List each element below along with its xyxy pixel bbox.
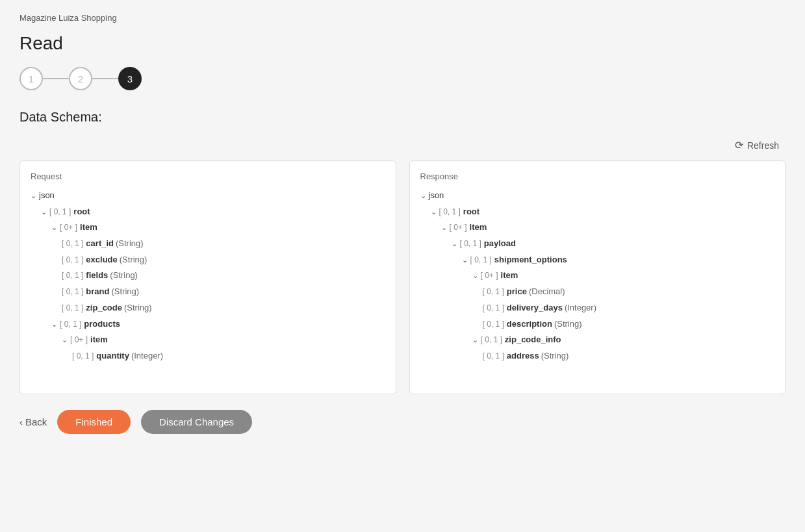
chevron-root-res[interactable]: ⌄ [431,205,437,219]
bracket-fields: [ 0, 1 ] [62,268,83,283]
node-root-res: root [463,204,479,220]
bracket-item-res: [ 0+ ] [450,220,467,235]
chevron-json-req[interactable]: ⌄ [31,189,36,203]
chevron-item1-req[interactable]: ⌄ [51,221,57,234]
node-payload: payload [484,236,516,252]
chevron-item-res[interactable]: ⌄ [441,221,447,234]
node-delivery_days: delivery_days [507,300,563,316]
bracket-item1-req: [ 0+ ] [60,220,77,235]
bracket-description: [ 0, 1 ] [483,317,504,332]
step-connector-2 [92,78,118,79]
chevron-zip_code_info[interactable]: ⌄ [472,333,478,347]
node-shipment: shipment_options [494,252,567,268]
node-description: description [507,316,552,333]
refresh-button[interactable]: ⟳ Refresh [728,135,786,155]
bracket-zip_code_info: [ 0, 1 ] [481,333,502,348]
bracket-payload: [ 0, 1 ] [460,236,481,251]
node-prod-item: item [90,332,108,348]
node-zip_code: zip_code [86,300,122,316]
type-address: (String) [541,348,569,364]
node-price: price [507,284,527,300]
chevron-products[interactable]: ⌄ [51,318,57,331]
type-description: (String) [554,316,582,333]
node-fields: fields [86,268,108,284]
node-cart_id: cart_id [86,236,114,252]
chevron-json-res[interactable]: ⌄ [420,189,426,203]
node-root-req: root [73,204,90,220]
back-button[interactable]: ‹ Back [19,416,47,427]
chevron-root-req[interactable]: ⌄ [41,205,47,219]
bracket-delivery_days: [ 0, 1 ] [483,301,504,316]
back-arrow-icon: ‹ [19,416,23,427]
node-item-res: item [470,220,487,236]
type-delivery_days: (Integer) [565,300,596,316]
bracket-quantity: [ 0, 1 ] [72,349,94,364]
chevron-shipment[interactable]: ⌄ [462,253,468,267]
node-quantity: quantity [96,348,129,364]
request-panel: Request ⌄ json ⌄ [ 0, 1 ] root ⌄ [ 0+ ] … [19,160,396,394]
chevron-payload[interactable]: ⌄ [452,237,457,251]
back-label: Back [25,416,47,427]
page-title: Read [19,33,786,54]
node-brand: brand [86,284,109,300]
node-item1-req: item [80,220,97,236]
bracket-shipment: [ 0, 1 ] [470,253,492,268]
type-price: (Decimal) [529,284,565,300]
json-label-res: json [429,188,444,204]
chevron-ship-item[interactable]: ⌄ [472,269,478,283]
bracket-exclude: [ 0, 1 ] [62,253,83,268]
node-ship-item: item [501,268,518,284]
bracket-root-res: [ 0, 1 ] [439,205,461,220]
json-label-req: json [39,188,55,204]
node-products: products [84,316,120,333]
step-1[interactable]: 1 [19,67,43,90]
type-zip_code: (String) [124,300,152,316]
bracket-products: [ 0, 1 ] [60,317,81,332]
bracket-zip_code: [ 0, 1 ] [62,301,83,316]
breadcrumb[interactable]: Magazine Luiza Shopping [19,13,786,23]
bracket-root-req: [ 0, 1 ] [49,205,71,220]
step-3[interactable]: 3 [118,67,142,90]
node-zip_code_info: zip_code_info [505,332,561,348]
request-tree: ⌄ json ⌄ [ 0, 1 ] root ⌄ [ 0+ ] item [ [31,188,385,364]
stepper: 1 2 3 [19,67,786,90]
bracket-price: [ 0, 1 ] [483,285,504,299]
step-connector-1 [43,78,69,79]
type-cart_id: (String) [116,236,144,252]
discard-button[interactable]: Discard Changes [141,410,252,434]
bracket-address: [ 0, 1 ] [483,349,504,364]
bracket-prod-item: [ 0+ ] [70,333,88,348]
request-panel-label: Request [31,171,385,181]
type-quantity: (Integer) [131,348,163,364]
bracket-brand: [ 0, 1 ] [62,285,83,299]
node-address: address [507,348,539,364]
type-brand: (String) [111,284,139,300]
refresh-label: Refresh [747,140,779,151]
response-panel: Response ⌄ json ⌄ [ 0, 1 ] root ⌄ [ 0+ ]… [409,160,786,394]
refresh-icon: ⟳ [735,139,743,151]
finished-button[interactable]: Finished [57,410,131,434]
step-2[interactable]: 2 [69,67,92,90]
chevron-prod-item[interactable]: ⌄ [62,333,68,347]
response-tree: ⌄ json ⌄ [ 0, 1 ] root ⌄ [ 0+ ] item ⌄ [420,188,775,364]
type-fields: (String) [110,268,138,284]
node-exclude: exclude [86,252,117,268]
bracket-ship-item: [ 0+ ] [481,268,498,283]
data-schema-title: Data Schema: [19,110,786,125]
response-panel-label: Response [420,171,775,181]
bracket-cart_id: [ 0, 1 ] [62,236,83,251]
type-exclude: (String) [120,252,147,268]
